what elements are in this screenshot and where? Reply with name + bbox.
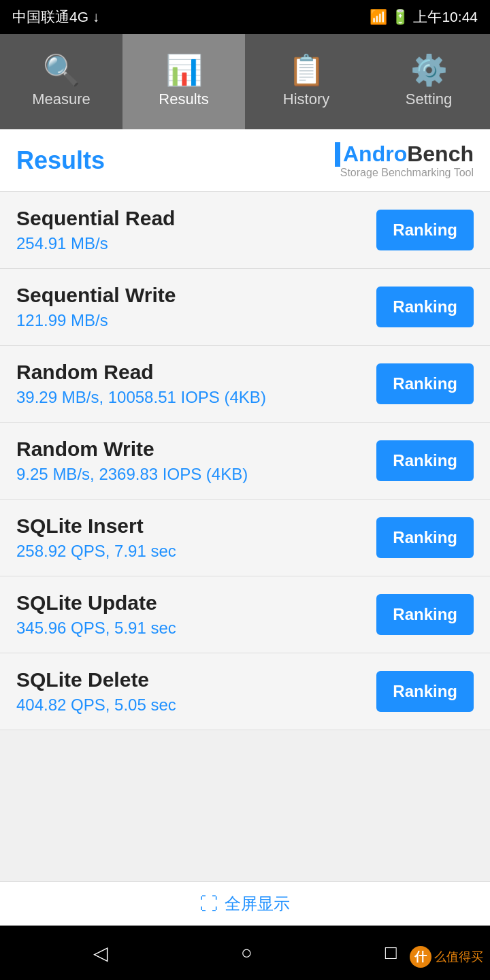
result-value-random-read: 39.29 MB/s, 10058.51 IOPS (4KB) [16, 388, 376, 407]
android-nav: ◁ ○ □ 什 么值得买 [0, 926, 490, 980]
ranking-btn-random-write[interactable]: Ranking [376, 440, 474, 481]
tab-history[interactable]: 📋 History [245, 34, 368, 129]
result-info: Sequential Read 254.91 MB/s [16, 207, 376, 253]
status-bar: 中国联通4G ↓ 📶 🔋 上午10:44 [0, 0, 490, 34]
result-name-sqlite-delete: SQLite Delete [16, 668, 376, 691]
tab-setting-label: Setting [406, 91, 453, 108]
ranking-btn-sqlite-insert[interactable]: Ranking [376, 517, 474, 558]
ranking-btn-sequential-read[interactable]: Ranking [376, 210, 474, 250]
result-value-random-write: 9.25 MB/s, 2369.83 IOPS (4KB) [16, 465, 376, 484]
result-sqlite-insert: SQLite Insert 258.92 QPS, 7.91 sec Ranki… [0, 500, 490, 576]
signal-icon: 📶 [370, 9, 387, 25]
brand-tagline: Storage Benchmarking Tool [340, 167, 474, 179]
result-random-write: Random Write 9.25 MB/s, 2369.83 IOPS (4K… [0, 423, 490, 500]
watermark: 什 么值得买 [410, 946, 483, 968]
carrier-text: 中国联通4G ↓ [12, 7, 99, 27]
result-info: SQLite Update 345.96 QPS, 5.91 sec [16, 591, 376, 638]
result-name-sqlite-insert: SQLite Insert [16, 514, 376, 538]
watermark-text: 么值得买 [434, 949, 483, 965]
result-name-random-write: Random Write [16, 438, 376, 461]
result-sqlite-delete: SQLite Delete 404.82 QPS, 5.05 sec Ranki… [0, 653, 490, 730]
fullscreen-bar[interactable]: ⛶ 全屏显示 [0, 881, 490, 926]
ranking-btn-sqlite-update[interactable]: Ranking [376, 594, 474, 635]
results-icon: 📊 [165, 55, 203, 85]
result-value-sqlite-delete: 404.82 QPS, 5.05 sec [16, 696, 376, 715]
result-name-sqlite-update: SQLite Update [16, 591, 376, 615]
result-info: Random Read 39.29 MB/s, 10058.51 IOPS (4… [16, 361, 376, 407]
measure-icon: 🔍 [43, 55, 80, 85]
result-random-read: Random Read 39.29 MB/s, 10058.51 IOPS (4… [0, 346, 490, 423]
page-title: Results [16, 146, 105, 175]
brand-name: AndroBench [343, 142, 474, 167]
page-header: Results AndroBench Storage Benchmarking … [0, 129, 490, 192]
tab-results[interactable]: 📊 Results [122, 34, 245, 129]
result-info: SQLite Delete 404.82 QPS, 5.05 sec [16, 668, 376, 715]
tab-setting[interactable]: ⚙️ Setting [368, 34, 490, 129]
result-name-sequential-read: Sequential Read [16, 207, 376, 230]
result-sqlite-update: SQLite Update 345.96 QPS, 5.91 sec Ranki… [0, 576, 490, 653]
time-text: 📶 🔋 上午10:44 [370, 7, 478, 27]
tab-history-label: History [283, 91, 329, 108]
back-button[interactable]: ◁ [93, 942, 108, 964]
tab-results-label: Results [159, 91, 208, 108]
result-name-random-read: Random Read [16, 361, 376, 384]
result-name-sequential-write: Sequential Write [16, 284, 376, 307]
watermark-icon: 什 [410, 946, 431, 968]
spacer [0, 806, 490, 881]
result-info: SQLite Insert 258.92 QPS, 7.91 sec [16, 514, 376, 561]
results-list: Sequential Read 254.91 MB/s Ranking Sequ… [0, 192, 490, 806]
result-value-sequential-write: 121.99 MB/s [16, 311, 376, 330]
result-sequential-write: Sequential Write 121.99 MB/s Ranking [0, 269, 490, 346]
brand-bar [335, 142, 340, 167]
nav-tabs: 🔍 Measure 📊 Results 📋 History ⚙️ Setting [0, 34, 490, 129]
tab-measure-label: Measure [32, 91, 91, 108]
result-value-sqlite-insert: 258.92 QPS, 7.91 sec [16, 542, 376, 561]
tab-measure[interactable]: 🔍 Measure [0, 34, 122, 129]
result-value-sequential-read: 254.91 MB/s [16, 234, 376, 253]
ranking-btn-random-read[interactable]: Ranking [376, 363, 474, 404]
brand-logo: AndroBench Storage Benchmarking Tool [335, 142, 474, 179]
ranking-btn-sequential-write[interactable]: Ranking [376, 287, 474, 327]
setting-icon: ⚙️ [410, 55, 448, 85]
result-sequential-read: Sequential Read 254.91 MB/s Ranking [0, 192, 490, 269]
recent-button[interactable]: □ [385, 942, 397, 964]
fullscreen-label: 全屏显示 [225, 893, 290, 915]
result-info: Sequential Write 121.99 MB/s [16, 284, 376, 330]
fullscreen-icon: ⛶ [200, 894, 218, 915]
home-button[interactable]: ○ [241, 942, 252, 964]
result-info: Random Write 9.25 MB/s, 2369.83 IOPS (4K… [16, 438, 376, 484]
battery-icon: 🔋 [391, 9, 409, 25]
result-value-sqlite-update: 345.96 QPS, 5.91 sec [16, 619, 376, 638]
history-icon: 📋 [288, 55, 325, 85]
ranking-btn-sqlite-delete[interactable]: Ranking [376, 671, 474, 712]
